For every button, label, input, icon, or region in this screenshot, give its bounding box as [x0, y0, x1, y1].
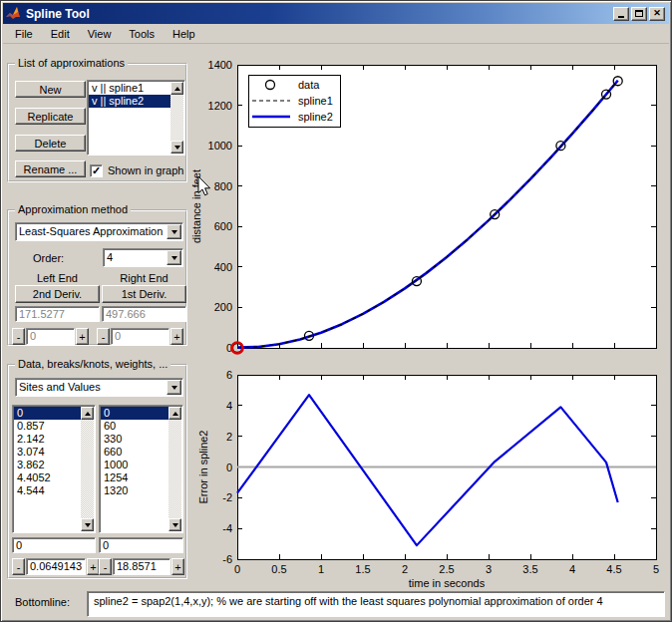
right-end-plus-button[interactable]: + — [170, 328, 183, 345]
sites-scrollbar[interactable] — [81, 407, 94, 531]
site-list-item[interactable]: 3.862 — [14, 459, 81, 471]
bottom-xtick-label: 5 — [653, 563, 659, 575]
scroll-up-button[interactable] — [168, 407, 181, 420]
bottom-xtick-label: 1 — [318, 563, 324, 575]
approximation-list-item[interactable]: v || spline1 — [89, 82, 170, 95]
menu-edit[interactable]: Edit — [42, 25, 79, 42]
right-end-spinner-field[interactable]: 0 — [111, 328, 169, 345]
bottomline-field[interactable]: spline2 = spap2(1,4,x,y); % we are start… — [87, 591, 665, 617]
bottom-xtick-label: 3 — [486, 563, 492, 575]
left-end-value-field[interactable]: 171.5277 — [15, 306, 100, 322]
scroll-down-button[interactable] — [170, 141, 183, 154]
left-end-plus-button[interactable]: + — [76, 328, 89, 345]
values-listbox[interactable]: 060330660100012541320 — [99, 405, 183, 533]
data-view-select-value: Sites and Values — [19, 381, 165, 393]
left-end-spinner-field[interactable]: 0 — [26, 328, 75, 345]
delete-button[interactable]: Delete — [15, 135, 86, 152]
group-label: Approximation method — [15, 203, 131, 215]
site-spinner-field[interactable]: 0.0649143 — [26, 558, 86, 575]
close-icon: ✕ — [653, 9, 661, 18]
new-button[interactable]: New — [15, 81, 86, 98]
bottom-ytick-label: -2 — [222, 491, 232, 503]
replicate-button[interactable]: Replicate — [15, 108, 86, 125]
bottom-ytick-label: 0 — [226, 462, 232, 473]
site-list-item[interactable]: 2.142 — [14, 433, 81, 446]
shown-in-graph-label: Shown in graph — [108, 164, 183, 176]
site-list-item[interactable]: 3.074 — [14, 446, 81, 459]
top-ytick-label: 600 — [214, 220, 232, 232]
value-minus-button[interactable]: - — [99, 558, 112, 575]
method-select[interactable]: Least-Squares Approximation — [15, 222, 183, 241]
right-end-minus-button[interactable]: - — [97, 328, 110, 345]
bottom-ytick-label: -4 — [222, 522, 232, 534]
value-list-item[interactable]: 330 — [101, 433, 168, 446]
group-data-breaks-knots: Data, breaks/knots, weights, ... Sites a… — [7, 364, 187, 579]
menu-help[interactable]: Help — [164, 25, 204, 42]
scroll-up-button[interactable] — [81, 407, 94, 420]
scroll-up-button[interactable] — [170, 82, 183, 95]
approximations-listbox[interactable]: v || spline1v || spline2 — [87, 80, 185, 156]
bottom-ytick-label: 2 — [226, 431, 232, 443]
data-view-select[interactable]: Sites and Values — [15, 378, 183, 397]
site-edit-field[interactable]: 0 — [12, 537, 96, 553]
value-spinner-field[interactable]: 18.8571 — [113, 558, 170, 575]
plots-canvas[interactable]: 020040060080010001200140000.511.522.533.… — [188, 56, 672, 589]
maximize-button[interactable] — [631, 7, 647, 21]
value-list-item[interactable]: 1000 — [101, 459, 168, 471]
window-title: Spline Tool — [26, 7, 90, 21]
scroll-down-button[interactable] — [168, 518, 181, 531]
minimize-button[interactable] — [613, 7, 629, 21]
shown-in-graph-checkbox[interactable]: ✓ — [90, 164, 103, 177]
maximize-icon — [635, 10, 643, 17]
site-list-item[interactable]: 4.544 — [14, 484, 81, 497]
top-ytick-label: 1000 — [208, 140, 232, 152]
bottomline-label: Bottomline: — [15, 596, 70, 608]
titlebar[interactable]: Spline Tool ✕ — [3, 3, 669, 24]
site-minus-button[interactable]: - — [12, 558, 25, 575]
value-edit-field[interactable]: 0 — [99, 537, 183, 553]
dropdown-button[interactable] — [167, 380, 181, 395]
left-end-label: Left End — [15, 272, 100, 284]
menu-file[interactable]: File — [6, 25, 42, 42]
order-select[interactable]: 4 — [103, 248, 183, 267]
site-list-item[interactable]: 0 — [14, 407, 81, 420]
minimize-icon — [618, 16, 624, 18]
value-list-item[interactable]: 1254 — [101, 471, 168, 484]
bottom-ytick-label: -6 — [222, 553, 232, 565]
value-plus-button[interactable]: + — [171, 558, 184, 575]
close-button[interactable]: ✕ — [649, 7, 665, 21]
bottom-xtick-label: 4 — [569, 563, 575, 575]
rename-button[interactable]: Rename ... — [15, 160, 86, 177]
scroll-down-button[interactable] — [81, 518, 94, 531]
spline-tool-window: Spline Tool ✕ FileEditViewToolsHelp List… — [0, 0, 672, 622]
group-list-of-approximations: List of approximations New Replicate Del… — [7, 63, 187, 182]
dropdown-button[interactable] — [167, 250, 181, 265]
approximations-scrollbar[interactable] — [170, 82, 183, 154]
approximation-list-item[interactable]: v || spline2 — [89, 95, 170, 108]
bottom-ytick-label: 4 — [226, 400, 232, 412]
left-end-deriv-button[interactable]: 2nd Deriv. — [15, 285, 100, 303]
bottom-xlabel: time in seconds — [409, 577, 486, 589]
value-list-item[interactable]: 1320 — [101, 484, 168, 497]
top-ytick-label: 1400 — [208, 59, 232, 71]
sites-listbox[interactable]: 00.8572.1423.0743.8624.40524.544 — [12, 405, 96, 533]
value-list-item[interactable]: 660 — [101, 446, 168, 459]
left-end-minus-button[interactable]: - — [12, 328, 25, 345]
order-select-value: 4 — [107, 251, 165, 263]
right-end-value-field[interactable]: 497.666 — [102, 306, 186, 322]
value-list-item[interactable]: 60 — [101, 420, 168, 433]
top-ytick-label: 200 — [214, 301, 232, 313]
bottom-xtick-label: 4.5 — [606, 563, 621, 575]
arrow-up-icon — [174, 84, 180, 91]
menu-view[interactable]: View — [79, 25, 121, 42]
site-list-item[interactable]: 4.4052 — [14, 471, 81, 484]
dropdown-button[interactable] — [167, 224, 181, 239]
arrow-down-icon — [174, 146, 180, 153]
right-end-deriv-button[interactable]: 1st Deriv. — [102, 285, 186, 303]
shown-in-graph-checkmark: ✓ — [92, 165, 101, 176]
legend-label: spline2 — [298, 111, 333, 123]
values-scrollbar[interactable] — [168, 407, 181, 531]
site-list-item[interactable]: 0.857 — [14, 420, 81, 433]
value-list-item[interactable]: 0 — [101, 407, 168, 420]
menu-tools[interactable]: Tools — [120, 25, 164, 42]
